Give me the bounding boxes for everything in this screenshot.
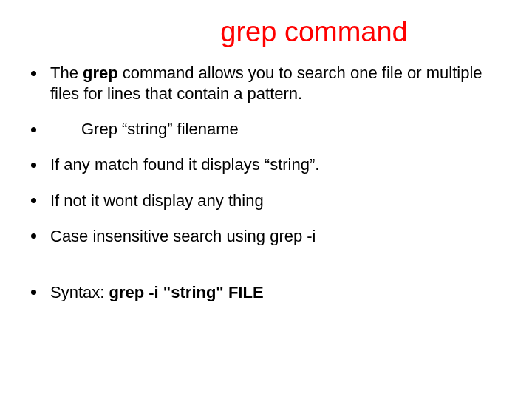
bold-text: grep xyxy=(83,64,118,82)
list-item: Case insensitive search using grep -i xyxy=(24,226,502,247)
slide: grep command The grep command allows you… xyxy=(0,0,532,399)
bold-text: grep -i "string" FILE xyxy=(109,283,263,301)
text: If not it wont display any thing xyxy=(50,191,264,210)
bullet-list: The grep command allows you to search on… xyxy=(0,63,532,303)
list-item: If not it wont display any thing xyxy=(24,191,502,211)
list-item: Grep “string” filename xyxy=(24,119,502,140)
text: If any match found it displays “string”. xyxy=(50,155,319,174)
list-item: If any match found it displays “string”. xyxy=(24,154,502,175)
text: The xyxy=(50,64,83,82)
list-item: The grep command allows you to search on… xyxy=(24,63,502,104)
text: Syntax: xyxy=(50,283,109,301)
text: Grep “string” filename xyxy=(81,120,239,138)
slide-title: grep command xyxy=(96,0,532,48)
text: Case insensitive search using grep -i xyxy=(50,227,316,245)
list-item: Syntax: grep -i "string" FILE xyxy=(24,282,502,303)
